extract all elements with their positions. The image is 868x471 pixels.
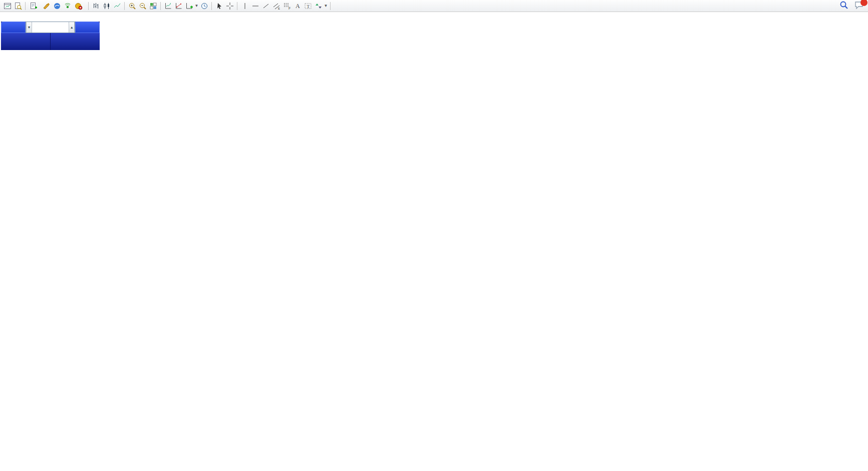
toolbar-right (839, 1, 864, 12)
chart-canvas[interactable] (0, 0, 868, 471)
svg-text:F: F (288, 7, 291, 10)
new-chart-icon[interactable] (2, 1, 13, 11)
one-click-trading-panel: ▼ ▲ (1, 22, 100, 50)
crosshair-icon[interactable] (224, 1, 235, 11)
clock-icon[interactable] (199, 1, 209, 11)
svg-text:T: T (307, 4, 310, 9)
rsi-label (2, 378, 6, 384)
chart-title-row (3, 14, 7, 20)
toolbar: ▼ E F A T ▼ (0, 0, 868, 12)
volume-input[interactable] (32, 22, 69, 33)
objects-icon[interactable] (173, 1, 184, 11)
label-icon[interactable]: T (303, 1, 313, 11)
bid-price[interactable] (1, 33, 50, 50)
buy-button[interactable] (75, 22, 100, 33)
indicator-icon[interactable] (163, 1, 173, 11)
new-order-button[interactable] (28, 1, 41, 11)
signal-icon[interactable] (62, 1, 73, 11)
mt4-window: ▼ E F A T ▼ (0, 0, 868, 471)
autotrade-icon (75, 2, 83, 10)
trendline-icon[interactable] (260, 1, 271, 11)
search-icon[interactable] (839, 1, 848, 12)
notification-badge (860, 0, 867, 6)
cursor-icon[interactable] (214, 1, 224, 11)
arrows-icon[interactable] (313, 1, 324, 11)
line-chart-icon[interactable] (112, 1, 122, 11)
text-icon[interactable]: A (292, 1, 303, 11)
macd-label (2, 292, 8, 298)
new-order-icon (30, 2, 38, 10)
volume-decrease-button[interactable]: ▼ (26, 22, 32, 33)
community-icon[interactable] (52, 1, 62, 11)
add-indicator-caret-icon[interactable]: ▼ (194, 4, 199, 8)
tile-windows-icon[interactable] (148, 1, 158, 11)
auto-trading-button[interactable] (73, 1, 86, 11)
horizontal-line-icon[interactable] (250, 1, 260, 11)
cleanup-icon[interactable] (41, 1, 52, 11)
arrows-caret-icon[interactable]: ▼ (324, 4, 328, 8)
add-indicator-icon[interactable] (184, 1, 194, 11)
bar-chart-icon[interactable] (91, 1, 101, 11)
zoom-out-icon[interactable] (137, 1, 148, 11)
volume-stepper: ▼ ▲ (26, 22, 75, 33)
fibonacci-icon[interactable]: F (281, 1, 292, 11)
ask-price[interactable] (51, 33, 100, 50)
sell-button[interactable] (1, 22, 26, 33)
svg-text:A: A (296, 3, 300, 10)
volume-increase-button[interactable]: ▲ (69, 22, 75, 33)
candlestick-icon[interactable] (101, 1, 112, 11)
vertical-line-icon[interactable] (239, 1, 250, 11)
svg-text:E: E (278, 7, 280, 10)
channel-icon[interactable]: E (271, 1, 281, 11)
chat-icon[interactable] (854, 1, 864, 12)
print-preview-icon[interactable] (13, 1, 23, 11)
zoom-in-icon[interactable] (127, 1, 137, 11)
